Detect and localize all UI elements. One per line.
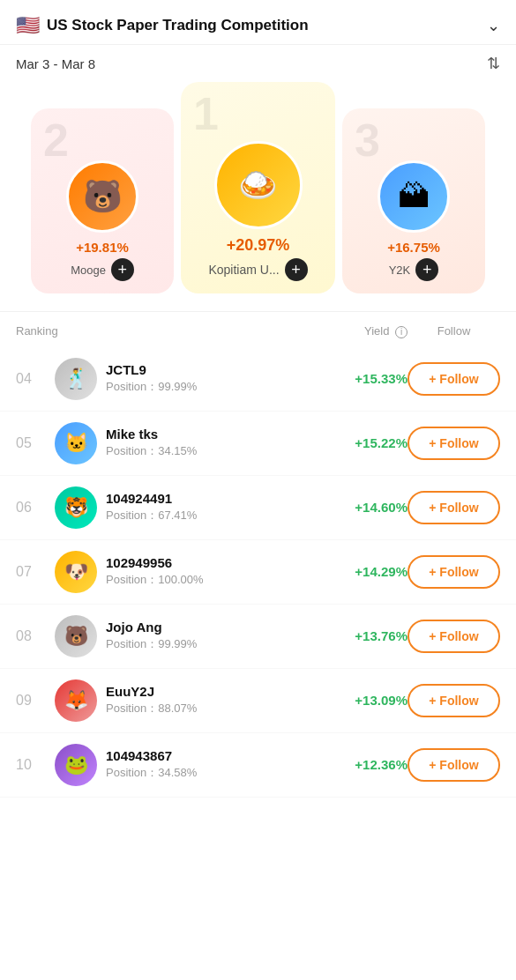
user-name: 102949956 bbox=[106, 555, 204, 570]
rank-number: 05 bbox=[16, 435, 55, 451]
yield-second: +19.81% bbox=[76, 240, 129, 255]
yield-value: +14.60% bbox=[328, 500, 408, 515]
user-details: Jojo Ang Position：99.99% bbox=[106, 620, 197, 652]
yield-value: +14.29% bbox=[328, 564, 408, 579]
user-position: Position：100.00% bbox=[106, 572, 204, 588]
table-row: 08 🐻 Jojo Ang Position：99.99% +13.76% + … bbox=[0, 605, 516, 669]
follow-button[interactable]: + Follow bbox=[408, 362, 500, 396]
rank-bg-1: 1 bbox=[193, 91, 219, 137]
rank-number: 07 bbox=[16, 564, 55, 580]
follow-button[interactable]: + Follow bbox=[408, 748, 500, 782]
filter-icon[interactable]: ⇅ bbox=[487, 54, 500, 73]
avatar: 🕺 bbox=[55, 358, 97, 400]
rank-number: 04 bbox=[16, 371, 55, 387]
rank-number: 09 bbox=[16, 693, 55, 709]
user-position: Position：88.07% bbox=[106, 701, 197, 716]
user-name: JCTL9 bbox=[106, 362, 197, 377]
user-name: Mike tks bbox=[106, 427, 197, 442]
user-details: 104943867 Position：34.58% bbox=[106, 748, 197, 781]
table-row: 04 🕺 JCTL9 Position：99.99% +15.33% + Fol… bbox=[0, 347, 516, 412]
yield-value: +15.33% bbox=[328, 371, 408, 386]
col-follow-label: Follow bbox=[408, 324, 500, 338]
yield-value: +15.22% bbox=[328, 435, 408, 450]
follow-btn-second[interactable]: + bbox=[111, 258, 134, 281]
user-position: Position：67.41% bbox=[106, 508, 197, 523]
user-info: 🐱 Mike tks Position：34.15% bbox=[55, 422, 328, 464]
podium-first: 1 🍛 +20.97% Kopitiam U... + bbox=[181, 82, 335, 293]
follow-btn-first[interactable]: + bbox=[285, 258, 308, 281]
avatar-third: 🏔 bbox=[378, 160, 450, 233]
avatar: 🐻 bbox=[55, 615, 97, 657]
avatar: 🐯 bbox=[55, 486, 97, 529]
user-info: 🐻 Jojo Ang Position：99.99% bbox=[55, 615, 328, 657]
username-first: Kopitiam U... bbox=[208, 263, 279, 277]
yield-first: +20.97% bbox=[227, 236, 290, 255]
username-second: Mooge bbox=[71, 264, 106, 277]
col-ranking-label: Ranking bbox=[16, 324, 55, 338]
flag-icon: 🇺🇸 bbox=[16, 14, 40, 37]
yield-value: +13.09% bbox=[328, 693, 408, 708]
user-info: 🐶 102949956 Position：100.00% bbox=[55, 551, 328, 593]
follow-button[interactable]: + Follow bbox=[408, 427, 500, 460]
user-name: Jojo Ang bbox=[106, 620, 197, 635]
table-row: 07 🐶 102949956 Position：100.00% +14.29% … bbox=[0, 540, 516, 605]
user-details: 104924491 Position：67.41% bbox=[106, 491, 197, 523]
user-info: 🐸 104943867 Position：34.58% bbox=[55, 744, 328, 786]
table-row: 05 🐱 Mike tks Position：34.15% +15.22% + … bbox=[0, 412, 516, 476]
yield-third: +16.75% bbox=[387, 240, 440, 255]
rank-bg-2: 2 bbox=[43, 117, 69, 163]
user-name: 104943867 bbox=[106, 748, 197, 763]
avatar: 🐶 bbox=[55, 551, 97, 593]
table-row: 06 🐯 104924491 Position：67.41% +14.60% +… bbox=[0, 476, 516, 540]
username-row-second: Mooge + bbox=[71, 258, 134, 281]
user-position: Position：34.58% bbox=[106, 765, 197, 781]
user-details: Mike tks Position：34.15% bbox=[106, 427, 197, 459]
username-row-first: Kopitiam U... + bbox=[208, 258, 307, 281]
user-position: Position：99.99% bbox=[106, 379, 197, 395]
user-position: Position：99.99% bbox=[106, 636, 197, 652]
username-third: Y2K bbox=[389, 264, 411, 277]
user-info: 🕺 JCTL9 Position：99.99% bbox=[55, 358, 328, 400]
ranking-list: 04 🕺 JCTL9 Position：99.99% +15.33% + Fol… bbox=[0, 347, 516, 798]
follow-button[interactable]: + Follow bbox=[408, 555, 500, 589]
chevron-down-icon[interactable]: ⌄ bbox=[487, 16, 500, 35]
date-range: Mar 3 - Mar 8 bbox=[16, 56, 95, 71]
rank-number: 08 bbox=[16, 628, 55, 644]
rank-number: 10 bbox=[16, 757, 55, 773]
follow-button[interactable]: + Follow bbox=[408, 491, 500, 524]
col-yield-label: Yield i bbox=[328, 324, 408, 338]
user-details: JCTL9 Position：99.99% bbox=[106, 362, 197, 395]
ranking-table-header: Ranking Yield i Follow bbox=[0, 311, 516, 347]
avatar: 🐱 bbox=[55, 422, 97, 464]
user-info: 🦊 EuuY2J Position：88.07% bbox=[55, 679, 328, 722]
podium-third: 3 🏔 +16.75% Y2K + bbox=[342, 108, 485, 293]
avatar: 🦊 bbox=[55, 679, 97, 722]
yield-value: +13.76% bbox=[328, 628, 408, 643]
user-info: 🐯 104924491 Position：67.41% bbox=[55, 486, 328, 529]
page-title: US Stock Paper Trading Competition bbox=[47, 17, 309, 34]
rank-bg-3: 3 bbox=[355, 117, 380, 163]
username-row-third: Y2K + bbox=[389, 258, 439, 281]
yield-info-icon[interactable]: i bbox=[395, 326, 408, 338]
user-position: Position：34.15% bbox=[106, 443, 197, 459]
user-details: 102949956 Position：100.00% bbox=[106, 555, 204, 588]
follow-btn-third[interactable]: + bbox=[415, 258, 438, 281]
table-row: 09 🦊 EuuY2J Position：88.07% +13.09% + Fo… bbox=[0, 669, 516, 733]
avatar: 🐸 bbox=[55, 744, 97, 786]
header: 🇺🇸 US Stock Paper Trading Competition ⌄ bbox=[0, 0, 516, 45]
user-details: EuuY2J Position：88.07% bbox=[106, 684, 197, 716]
date-row: Mar 3 - Mar 8 ⇅ bbox=[0, 45, 516, 82]
follow-button[interactable]: + Follow bbox=[408, 620, 500, 653]
podium-second: 2 🐻 +19.81% Mooge + bbox=[31, 108, 174, 293]
follow-button[interactable]: + Follow bbox=[408, 684, 500, 717]
table-row: 10 🐸 104943867 Position：34.58% +12.36% +… bbox=[0, 733, 516, 798]
header-left: 🇺🇸 US Stock Paper Trading Competition bbox=[16, 14, 309, 37]
yield-value: +12.36% bbox=[328, 757, 408, 772]
user-name: 104924491 bbox=[106, 491, 197, 506]
avatar-second: 🐻 bbox=[66, 160, 138, 233]
rank-number: 06 bbox=[16, 500, 55, 516]
podium-section: 2 🐻 +19.81% Mooge + 1 🍛 +20.97% Kopitiam… bbox=[0, 82, 516, 311]
avatar-first: 🍛 bbox=[214, 141, 303, 229]
user-name: EuuY2J bbox=[106, 684, 197, 699]
